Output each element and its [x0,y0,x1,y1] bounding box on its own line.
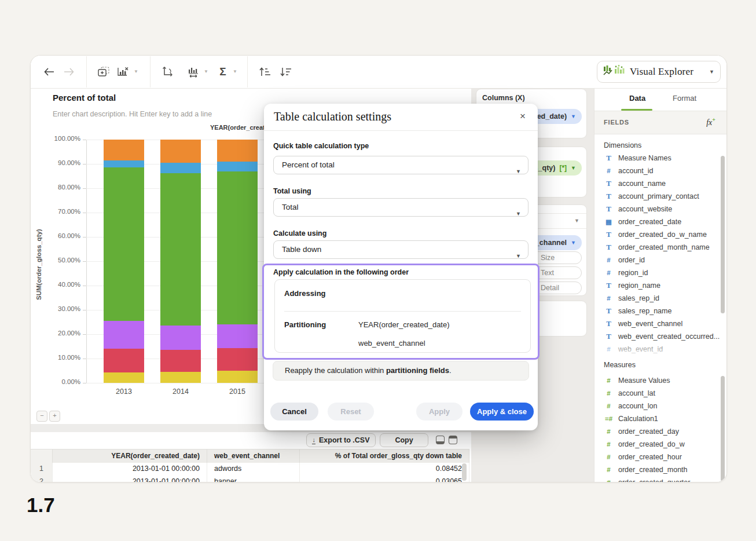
field-item-sales-rep-name[interactable]: Tsales_rep_name [594,305,720,317]
field-item-region-id[interactable]: #region_id [594,266,720,279]
y-tick-label: 40.00% [33,281,80,288]
add-calculation-icon[interactable]: fx+ [706,116,715,127]
calculate-using-select[interactable]: Table down▼ [273,240,529,259]
duplicate-chart-icon[interactable] [96,64,112,80]
expand-table-icon[interactable] [449,436,457,444]
field-item-order-created-do-w[interactable]: #order_created_do_w [594,438,720,451]
bar-segment-segment-red[interactable] [104,349,144,373]
tab-data[interactable]: Data [629,94,645,103]
field-item-order-created-quarter[interactable]: #order_created_quarter [594,476,720,482]
columns-shelf-label: Columns (X) [482,94,525,102]
chart-description-placeholder[interactable]: Enter chart description. Hit Enter key t… [53,110,212,118]
stacked-bar[interactable] [217,140,258,383]
apply-button[interactable]: Apply [416,403,463,421]
field-item-account-primary-contact[interactable]: Taccount_primary_contact [594,190,720,203]
stacked-bar[interactable] [160,140,201,383]
chart-title[interactable]: Percent of total [53,93,116,103]
back-icon[interactable] [41,64,57,80]
field-item-order-created-month[interactable]: #order_created_month [594,463,720,476]
field-item-account-lat[interactable]: #account_lat [594,387,720,400]
field-item-calculation1[interactable]: =#Calculation1 [594,412,720,425]
stacked-bar[interactable] [104,140,144,383]
table-row[interactable]: 22013-01-01 00:00:00banner0.03065 [31,476,469,482]
field-item-order-created-day[interactable]: #order_created_day [594,425,720,438]
field-item-order-created-hour[interactable]: #order_created_hour [594,451,720,463]
bar-segment-segment-green[interactable] [217,171,258,325]
chevron-down-icon[interactable]: ▼ [571,165,576,171]
measures-scrollbar[interactable] [721,376,725,481]
chevron-down-icon[interactable]: ▼ [204,69,208,74]
total-using-select[interactable]: Total▼ [273,198,529,217]
field-item-account-website[interactable]: Taccount_website [594,203,720,215]
dimensions-scrollbar[interactable] [721,156,725,313]
table-row[interactable]: 12013-01-01 00:00:00adwords0.08452 [31,463,469,476]
bar-segment-segment-yellow[interactable] [104,372,144,383]
export-csv-button[interactable]: ↓ Export to .CSV [306,433,376,447]
text-icon: T [604,281,613,290]
chevron-down-icon[interactable]: ▼ [709,69,714,75]
apply-and-close-button[interactable]: Apply & close [470,403,534,421]
bar-segment-adwords-orange[interactable] [104,140,144,160]
table-scrollbar[interactable] [462,463,467,481]
y-tick-mark [83,140,86,140]
bar-segment-segment-red[interactable] [160,350,201,372]
forward-icon[interactable] [61,64,77,80]
field-item-region-name[interactable]: Tregion_name [594,279,720,292]
y-tick-mark [83,261,86,262]
bar-segment-segment-yellow[interactable] [160,372,201,383]
field-item-account-id[interactable]: #account_id [594,165,720,177]
bar-segment-segment-green[interactable] [104,167,144,321]
number-icon: # [604,390,613,397]
zoom-out-button[interactable]: − [36,411,47,422]
bar-segment-banner-blue[interactable] [104,160,144,168]
field-item-web-event-channel[interactable]: Tweb_event_channel [594,317,720,330]
swap-axes-icon[interactable] [159,64,175,80]
zoom-in-button[interactable]: + [49,411,60,422]
field-item-order-id[interactable]: #order_id [594,254,720,266]
field-item-sales-rep-id[interactable]: #sales_rep_id [594,292,720,305]
quick-calc-type-select[interactable]: Percent of total▼ [273,156,529,174]
chevron-down-icon[interactable]: ▼ [571,114,576,119]
bar-segment-segment-purple[interactable] [217,324,258,348]
table-header-cell: % of Total order_gloss_qty down table [300,449,469,463]
chevron-down-icon[interactable]: ▼ [134,69,138,74]
bar-segment-banner-blue[interactable] [160,163,201,173]
field-item-account-lon[interactable]: #account_lon [594,400,720,412]
copy-button[interactable]: Copy [380,433,428,447]
close-icon[interactable]: × [517,111,529,122]
remove-chart-icon[interactable] [115,64,131,80]
chevron-down-icon[interactable]: ▼ [571,240,576,246]
bar-segment-segment-red[interactable] [217,348,258,371]
field-label: order_id [618,256,645,264]
cancel-button[interactable]: Cancel [270,403,318,421]
reset-button[interactable]: Reset [328,403,374,421]
collapse-table-icon[interactable] [436,436,445,444]
field-item-order-created-month-name[interactable]: Torder_created_month_name [594,241,720,254]
bar-segment-adwords-orange[interactable] [160,140,201,163]
mark-type-select-caret[interactable]: ▼ [574,218,579,224]
aggregate-sigma-icon[interactable]: Σ [215,64,231,80]
field-item-measure-values[interactable]: #Measure Values [594,374,720,387]
field-label: order_created_hour [618,453,682,461]
chevron-down-icon: ▼ [516,163,521,180]
bar-segment-banner-blue[interactable] [217,162,258,171]
chevron-down-icon[interactable]: ▼ [233,69,237,74]
bar-segment-segment-green[interactable] [160,173,201,326]
explorer-switcher[interactable]: Visual Explorer ▼ [597,61,721,83]
field-item-order-created-date[interactable]: ▦order_created_date [594,215,720,228]
y-tick-label: 20.00% [33,330,80,337]
field-label: Calculation1 [618,415,658,423]
bar-segment-segment-purple[interactable] [104,321,144,349]
number-icon: # [604,257,613,264]
chart-type-icon[interactable] [185,64,201,80]
field-item-order-created-do-w-name[interactable]: Torder_created_do_w_name [594,228,720,241]
bar-segment-adwords-orange[interactable] [217,140,258,162]
bar-segment-segment-purple[interactable] [160,326,201,350]
bar-segment-segment-yellow[interactable] [217,371,258,383]
field-item-account-name[interactable]: Taccount_name [594,177,720,190]
sort-ascending-icon[interactable] [256,64,273,80]
field-item-measure-names[interactable]: TMeasure Names [594,152,720,165]
sort-descending-icon[interactable] [277,64,293,80]
tab-format[interactable]: Format [673,94,696,103]
dialog-header: Table calculation settings × [264,104,538,131]
